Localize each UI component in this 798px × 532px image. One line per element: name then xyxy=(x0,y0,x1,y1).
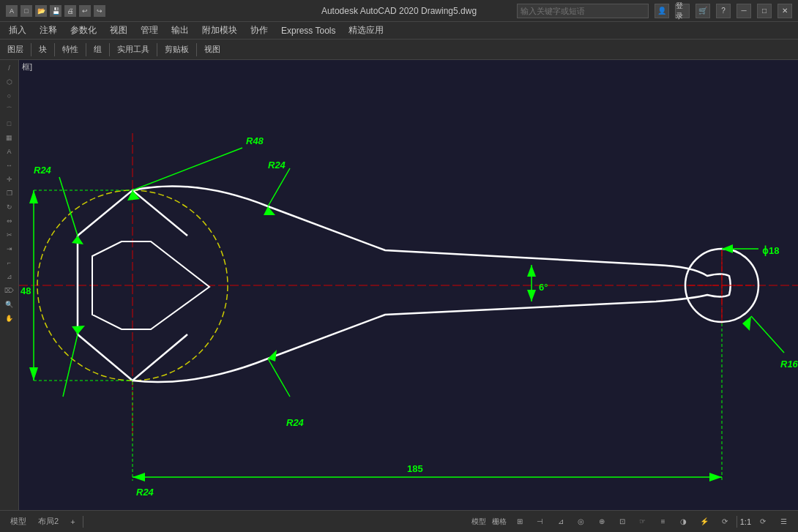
snap-btn[interactable]: ⊞ xyxy=(511,514,529,530)
autocad-logo: A xyxy=(6,5,18,17)
redo-btn[interactable]: ↪ xyxy=(94,5,105,17)
svg-text:48: 48 xyxy=(20,285,31,296)
menu-express-tools[interactable]: Express Tools xyxy=(275,24,341,37)
dynin-btn[interactable]: ☞ xyxy=(634,514,652,530)
toolbar: 图层 块 特性 组 实用工具 剪贴板 视图 xyxy=(0,40,798,60)
toolbar-group[interactable]: 组 xyxy=(89,42,106,56)
separator xyxy=(109,43,110,56)
tool-hatch[interactable]: ▦ xyxy=(1,131,18,144)
tool-mirror[interactable]: ⇔ xyxy=(1,214,18,228)
tool-zoom[interactable]: 🔍 xyxy=(1,298,18,311)
titlebar-icons: A □ 📂 💾 🖨 ↩ ↪ xyxy=(6,5,105,17)
model-btn[interactable]: 模型 xyxy=(470,514,488,530)
separator xyxy=(31,43,31,56)
maximize-btn[interactable]: □ xyxy=(757,4,772,18)
toolbar-clipboard[interactable]: 剪贴板 xyxy=(160,42,193,56)
plot-btn[interactable]: 🖨 xyxy=(64,5,76,17)
minimize-btn[interactable]: ─ xyxy=(737,4,751,18)
drawing-canvas: R48 R24 R24 R24 R24 ϕ18 R16 6° 185 48 xyxy=(19,60,798,510)
open-file-btn[interactable]: 📂 xyxy=(35,5,47,17)
close-btn[interactable]: ✕ xyxy=(778,4,792,18)
tool-erase[interactable]: ⌦ xyxy=(1,284,18,297)
store-btn[interactable]: 🛒 xyxy=(696,4,710,18)
transp-btn[interactable]: ◑ xyxy=(675,514,693,530)
titlebar-right: 👤 登录 🛒 ? ─ □ ✕ xyxy=(517,4,792,18)
menu-addins[interactable]: 附加模块 xyxy=(196,23,243,38)
tool-rectangle[interactable]: □ xyxy=(1,117,18,130)
statusbar: 模型 布局2 + 模型 栅格 ⊞ ⊣ ⊿ ◎ ⊕ ⊡ ☞ ≡ ◑ ⚡ ⟳ 1:1… xyxy=(0,510,798,532)
svg-text:R24: R24 xyxy=(136,487,154,498)
otrack-btn[interactable]: ⊕ xyxy=(593,514,611,530)
layout2-tab[interactable]: 布局2 xyxy=(34,514,63,528)
separator xyxy=(83,516,83,528)
toolbar-layer[interactable]: 图层 xyxy=(3,42,28,56)
login-btn[interactable]: 登录 xyxy=(675,4,690,18)
separator xyxy=(737,516,737,528)
workspace-btn[interactable]: ☰ xyxy=(775,514,792,530)
svg-text:R48: R48 xyxy=(246,135,264,146)
lweight-btn[interactable]: ≡ xyxy=(655,514,672,530)
svg-text:R16: R16 xyxy=(780,359,798,370)
tool-circle[interactable]: ○ xyxy=(1,89,18,102)
tool-fillet[interactable]: ⌐ xyxy=(1,256,18,269)
ducs-btn[interactable]: ⊡ xyxy=(614,514,631,530)
tool-rotate[interactable]: ↻ xyxy=(1,201,18,214)
tool-extend[interactable]: ⇥ xyxy=(1,242,18,255)
menu-featured[interactable]: 精选应用 xyxy=(343,23,389,38)
polar-btn[interactable]: ⊿ xyxy=(552,514,570,530)
osnap-btn[interactable]: ◎ xyxy=(573,514,590,530)
search-input[interactable] xyxy=(517,4,649,18)
menu-parametric[interactable]: 参数化 xyxy=(64,23,102,38)
drawing-area[interactable]: R48 R24 R24 R24 R24 ϕ18 R16 6° 185 48 xyxy=(19,60,798,510)
menu-annotate[interactable]: 注释 xyxy=(34,23,63,38)
tool-text[interactable]: A xyxy=(1,145,18,158)
tool-move[interactable]: ✛ xyxy=(1,173,18,186)
svg-text:R24: R24 xyxy=(268,160,286,171)
qprop-btn[interactable]: ⚡ xyxy=(696,514,713,530)
tool-pan[interactable]: ✋ xyxy=(1,312,18,325)
status-right: 模型 栅格 ⊞ ⊣ ⊿ ◎ ⊕ ⊡ ☞ ≡ ◑ ⚡ ⟳ 1:1 ⟳ ☰ xyxy=(470,514,792,530)
corner-label: 框] xyxy=(19,60,35,74)
tool-chamfer[interactable]: ⊿ xyxy=(1,270,18,283)
svg-text:R24: R24 xyxy=(286,417,305,428)
toolbar-view[interactable]: 视图 xyxy=(200,42,225,56)
anno-scale-btn[interactable]: ⟳ xyxy=(754,514,772,530)
user-icon[interactable]: 👤 xyxy=(655,4,669,18)
tool-trim[interactable]: ✂ xyxy=(1,228,18,241)
separator xyxy=(196,43,197,56)
undo-btn[interactable]: ↩ xyxy=(79,5,91,17)
grid-btn[interactable]: 栅格 xyxy=(491,514,508,530)
titlebar-title: Autodesk AutoCAD 2020 Drawing5.dwg xyxy=(321,6,477,16)
tool-dimension[interactable]: ↔ xyxy=(1,159,18,172)
add-layout-btn[interactable]: + xyxy=(66,516,79,528)
tool-line[interactable]: / xyxy=(1,61,18,75)
toolbar-properties[interactable]: 特性 xyxy=(58,42,83,56)
new-file-btn[interactable]: □ xyxy=(20,5,32,17)
separator xyxy=(54,43,55,56)
svg-text:6°: 6° xyxy=(539,282,548,293)
toolbar-utilities[interactable]: 实用工具 xyxy=(113,42,154,56)
tool-copy[interactable]: ❐ xyxy=(1,187,18,200)
help-btn[interactable]: ? xyxy=(716,4,731,18)
titlebar: A □ 📂 💾 🖨 ↩ ↪ Autodesk AutoCAD 2020 Draw… xyxy=(0,0,798,22)
left-toolbar: / ⬡ ○ ⌒ □ ▦ A ↔ ✛ ❐ ↻ ⇔ ✂ ⇥ ⌐ ⊿ ⌦ 🔍 ✋ xyxy=(0,60,19,510)
scale-text: 1:1 xyxy=(740,517,751,526)
svg-text:R24: R24 xyxy=(34,165,52,176)
menu-output[interactable]: 输出 xyxy=(165,23,195,38)
svg-text:185: 185 xyxy=(407,463,423,474)
menubar: 插入 注释 参数化 视图 管理 输出 附加模块 协作 Express Tools… xyxy=(0,22,798,40)
separator xyxy=(86,43,86,56)
svg-text:ϕ18: ϕ18 xyxy=(762,245,779,256)
menu-manage[interactable]: 管理 xyxy=(135,23,164,38)
menu-insert[interactable]: 插入 xyxy=(3,23,32,38)
model-tab[interactable]: 模型 xyxy=(6,514,31,528)
toolbar-block[interactable]: 块 xyxy=(34,42,51,56)
menu-collaborate[interactable]: 协作 xyxy=(245,23,274,38)
selcycle-btn[interactable]: ⟳ xyxy=(716,514,734,530)
save-btn[interactable]: 💾 xyxy=(50,5,61,17)
tool-polyline[interactable]: ⬡ xyxy=(1,75,18,89)
separator xyxy=(157,43,157,56)
ortho-btn[interactable]: ⊣ xyxy=(532,514,549,530)
tool-arc[interactable]: ⌒ xyxy=(1,103,18,116)
menu-view[interactable]: 视图 xyxy=(104,23,133,38)
